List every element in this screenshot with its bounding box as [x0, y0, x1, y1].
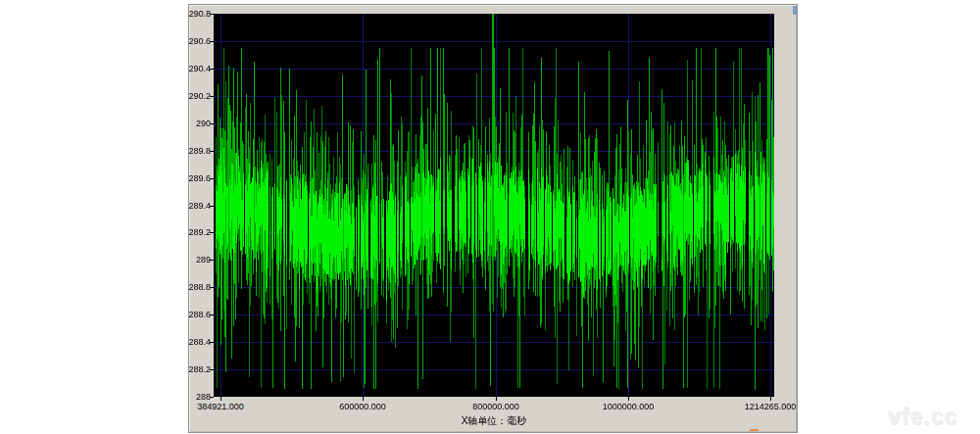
y-tick-label: 290 [172, 120, 211, 128]
signal-chart-canvas[interactable] [214, 14, 774, 397]
y-tick-label: 289.8 [172, 147, 211, 156]
y-tick-label: 289.2 [172, 228, 211, 237]
y-tickmark [210, 178, 214, 179]
x-tickmark [628, 397, 629, 401]
y-tickmark [210, 397, 214, 398]
y-tick-label: 290.4 [172, 65, 211, 73]
y-tick-label: 288.8 [172, 283, 211, 292]
y-tickmark [210, 96, 214, 97]
plot-area [214, 14, 774, 397]
orange-dash-artifact [750, 429, 759, 431]
y-tickmark [210, 287, 214, 288]
x-tick-label: 384921.000 [179, 402, 262, 411]
y-tickmark [210, 369, 214, 370]
y-tick-label: 288 [172, 393, 211, 402]
y-tick-label: 289 [172, 256, 211, 265]
y-tick-label: 288.4 [172, 338, 211, 347]
y-tickmark [210, 69, 214, 70]
x-tick-label: 1000000.000 [587, 402, 669, 411]
x-axis-unit-label: X轴单位：毫秒 [214, 414, 774, 428]
watermark-text: vfe.cc [888, 404, 957, 430]
y-tick-label: 289.6 [172, 174, 211, 183]
y-tickmark [210, 14, 214, 15]
y-tick-label: 290.6 [172, 37, 211, 46]
y-tick-label: 290.8 [172, 10, 211, 19]
y-tickmark [210, 342, 214, 343]
y-tick-label: 290.2 [172, 92, 211, 101]
y-tickmark [210, 123, 214, 124]
x-tickmark [363, 397, 364, 401]
chart-panel: 290.8290.6290.4290.2290289.8289.6289.428… [188, 4, 798, 433]
x-tickmark [496, 397, 497, 401]
x-tickmark [220, 397, 221, 401]
y-tick-label: 288.6 [172, 311, 211, 319]
x-tickmark [770, 397, 771, 401]
x-tick-label: 1214265.000 [729, 402, 811, 411]
y-tickmark [210, 151, 214, 152]
y-tickmark [210, 232, 214, 233]
x-tick-label: 600000.000 [321, 402, 404, 411]
y-tickmark [210, 41, 214, 42]
y-tickmark [210, 260, 214, 261]
y-tickmark [210, 206, 214, 207]
x-tick-label: 800000.000 [455, 402, 537, 411]
y-tick-label: 288.2 [172, 365, 211, 374]
y-tickmark [210, 314, 214, 315]
scrollbar-thumb[interactable] [793, 6, 797, 15]
y-tick-label: 289.4 [172, 202, 211, 211]
